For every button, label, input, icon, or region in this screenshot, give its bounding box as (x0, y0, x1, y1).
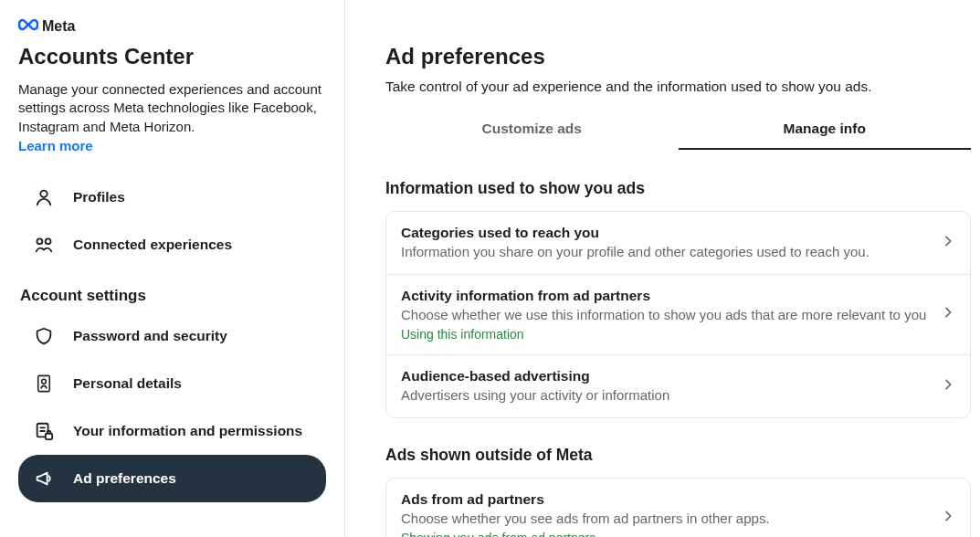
row-title: Audience-based advertising (401, 368, 930, 384)
row-title: Categories used to reach you (401, 225, 930, 241)
row-status: Showing you ads from ad partners (401, 531, 930, 537)
svg-point-2 (46, 238, 51, 244)
brand-logo: Meta (18, 18, 326, 35)
chevron-right-icon (941, 377, 955, 395)
sidebar-item-info-permissions[interactable]: Your information and permissions (18, 407, 326, 455)
brand-name: Meta (42, 18, 75, 35)
row-title: Activity information from ad partners (401, 288, 930, 304)
sidebar-item-label: Password and security (73, 328, 227, 344)
row-desc: Advertisers using your activity or infor… (401, 386, 930, 405)
megaphone-icon (33, 468, 55, 490)
sidebar-item-personal-details[interactable]: Personal details (18, 360, 326, 407)
profile-icon (33, 186, 55, 208)
sidebar-item-ad-preferences[interactable]: Ad preferences (18, 455, 326, 502)
learn-more-link[interactable]: Learn more (18, 138, 93, 153)
doc-lock-icon (33, 420, 55, 442)
row-title: Ads from ad partners (401, 491, 930, 508)
sidebar-item-label: Your information and permissions (73, 423, 302, 439)
sidebar-title: Accounts Center (18, 44, 326, 69)
svg-point-1 (37, 238, 42, 244)
row-desc: Choose whether you see ads from ad partn… (401, 510, 930, 528)
group-label-info-used: Information used to show you ads (385, 179, 971, 198)
account-settings-label: Account settings (20, 287, 326, 305)
svg-point-0 (40, 190, 47, 196)
sidebar: Meta Accounts Center Manage your connect… (0, 0, 345, 537)
page-subtitle: Take control of your ad experience and t… (385, 79, 971, 95)
chevron-right-icon (941, 509, 955, 527)
chevron-right-icon (941, 305, 955, 323)
sidebar-item-profiles[interactable]: Profiles (18, 174, 326, 221)
tabs: Customize ads Manage info (385, 111, 971, 150)
sidebar-item-label: Profiles (73, 189, 125, 205)
tab-customize-ads[interactable]: Customize ads (385, 111, 679, 150)
main-content: Ad preferences Take control of your ad e… (345, 0, 980, 537)
row-desc: Choose whether we use this information t… (401, 306, 930, 324)
connected-icon (33, 234, 55, 256)
row-ads-from-partners[interactable]: Ads from ad partners Choose whether you … (386, 479, 970, 538)
sidebar-item-connected-experiences[interactable]: Connected experiences (18, 221, 326, 268)
svg-point-4 (42, 379, 47, 384)
row-categories-used[interactable]: Categories used to reach you Information… (386, 212, 970, 274)
card-list-ads-outside: Ads from ad partners Choose whether you … (385, 478, 971, 538)
tab-manage-info[interactable]: Manage info (679, 111, 972, 150)
row-activity-info-partners[interactable]: Activity information from ad partners Ch… (386, 274, 970, 355)
meta-infinity-icon (18, 18, 38, 35)
svg-rect-6 (46, 434, 52, 439)
row-status: Using this information (401, 327, 930, 342)
sidebar-item-label: Ad preferences (73, 470, 176, 487)
page-title: Ad preferences (385, 44, 971, 69)
card-list-info-used: Categories used to reach you Information… (385, 211, 971, 418)
id-card-icon (33, 373, 55, 395)
sidebar-description: Manage your connected experiences and ac… (18, 80, 326, 136)
group-label-ads-outside: Ads shown outside of Meta (385, 446, 971, 465)
row-desc: Information you share on your profile an… (401, 243, 930, 261)
sidebar-item-label: Connected experiences (73, 237, 232, 253)
chevron-right-icon (941, 234, 955, 252)
sidebar-item-label: Personal details (73, 375, 182, 392)
shield-icon (33, 325, 55, 347)
row-audience-advertising[interactable]: Audience-based advertising Advertisers u… (386, 354, 970, 417)
sidebar-item-password-security[interactable]: Password and security (18, 312, 326, 360)
